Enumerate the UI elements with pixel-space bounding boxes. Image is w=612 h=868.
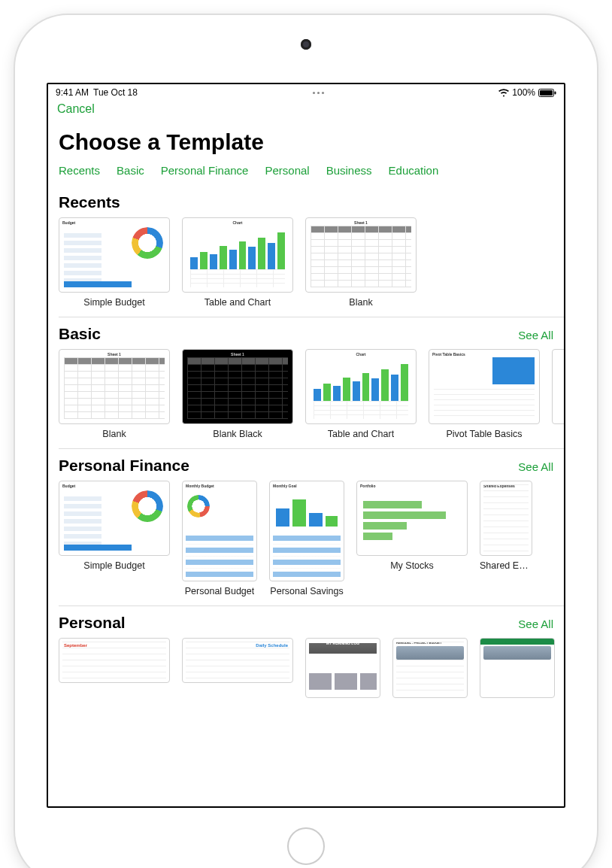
template-my-stocks[interactable]: Portfolio My Stocks [356, 481, 468, 596]
row-basic[interactable]: Sheet 1 Blank Sheet 1 Blank Black Chart [59, 349, 564, 444]
status-bar: 9:41 AM Tue Oct 18 100% [48, 84, 564, 101]
template-blank[interactable]: Sheet 1 Blank [59, 349, 170, 439]
thumb-label: Pivot Table Basics [429, 350, 539, 359]
template-caption: Pivot Table Basics [446, 429, 522, 439]
thumb-label: Sheet 1 [59, 350, 169, 359]
section-title: Recents [59, 193, 120, 211]
template-caption: Table and Chart [205, 297, 271, 308]
template-blank[interactable]: Sheet 1 Blank [305, 217, 417, 308]
template-caption: Simple Budget [83, 560, 144, 571]
template-caption: Simple Budget [83, 297, 144, 308]
page-title: Choose a Template [48, 116, 564, 161]
template-personal-savings[interactable]: Monthly Goal Personal Savings [269, 481, 344, 596]
section-head-recents: Recents [59, 186, 564, 217]
template-caption: Blank Black [213, 429, 262, 439]
template-running-log[interactable]: MY RUNNING LOG [305, 638, 380, 698]
template-table-and-chart[interactable]: Chart Table and Chart [182, 217, 293, 308]
template-simple-budget[interactable]: Budget Simple Budget [59, 481, 170, 596]
status-date: Tue Oct 18 [93, 87, 138, 98]
section-head-personal: Personal See All [59, 606, 564, 638]
template-september[interactable]: September [59, 638, 170, 698]
battery-icon [538, 89, 556, 97]
svg-rect-1 [540, 90, 553, 96]
section-title: Basic [59, 325, 101, 343]
template-caption: Shared Expenses [480, 560, 532, 571]
template-caption: Personal Savings [270, 586, 343, 596]
template-scroll[interactable]: Recents Budget Simple Budget Chart [48, 186, 564, 806]
thumb-label: September [64, 643, 87, 648]
see-all-basic[interactable]: See All [518, 329, 553, 341]
see-all-personal[interactable]: See All [518, 618, 553, 630]
thumb-label: Budget [59, 218, 169, 227]
section-head-basic: Basic See All [59, 317, 564, 349]
thumb-label: Daily Schedule [256, 643, 288, 648]
template-remodel[interactable]: REMODEL - PROJECT BUDGET [392, 638, 468, 698]
home-button[interactable] [287, 827, 325, 865]
template-pivot-table-basics[interactable]: Pivot Table Basics Pivot Table Basics [429, 349, 540, 439]
section-title: Personal [59, 614, 126, 632]
thumb-label: REMODEL - PROJECT BUDGET [393, 639, 467, 647]
row-recents: Budget Simple Budget Chart Table and Cha… [59, 217, 564, 312]
tab-personal[interactable]: Personal [265, 164, 309, 177]
row-personal[interactable]: September Daily Schedule MY RUNNING LOG [59, 638, 564, 703]
cancel-button[interactable]: Cancel [57, 102, 95, 115]
template-caption: Personal Budget [185, 586, 254, 596]
multitask-dots-icon[interactable] [313, 92, 324, 94]
thumb-label: WILDCATS SOCCER TEAM [480, 639, 554, 647]
tab-recents[interactable]: Recents [59, 164, 100, 177]
template-simple-budget[interactable]: Budget Simple Budget [59, 217, 170, 308]
template-personal-budget[interactable]: Monthly Budget Personal Budget [182, 481, 257, 596]
template-blank-black[interactable]: Sheet 1 Blank Black [182, 349, 293, 439]
template-shared-expenses[interactable]: Shared Expenses Shared Expenses [480, 481, 532, 596]
tab-basic[interactable]: Basic [117, 164, 144, 177]
tab-business[interactable]: Business [326, 164, 372, 177]
camera-dot [301, 39, 311, 50]
tab-education[interactable]: Education [389, 164, 439, 177]
template-daily-schedule[interactable]: Daily Schedule [182, 638, 293, 698]
section-head-personal-finance: Personal Finance See All [59, 449, 564, 481]
template-peek[interactable] [552, 349, 564, 439]
thumb-label: Chart [306, 350, 416, 359]
thumb-label: Chart [183, 218, 292, 227]
thumb-label: Monthly Budget [183, 481, 256, 490]
category-tabs: Recents Basic Personal Finance Personal … [48, 161, 564, 186]
thumb-label: Sheet 1 [306, 218, 416, 227]
thumb-label: Monthly Goal [270, 481, 344, 490]
template-caption: Table and Chart [328, 429, 394, 439]
template-caption: My Stocks [390, 560, 434, 571]
screen: 9:41 AM Tue Oct 18 100% Cancel Choose a … [47, 83, 565, 808]
template-caption: Blank [102, 429, 126, 439]
thumb-label: MY RUNNING LOG [306, 639, 380, 648]
ipad-frame: 9:41 AM Tue Oct 18 100% Cancel Choose a … [15, 15, 597, 868]
template-wildcats[interactable]: WILDCATS SOCCER TEAM [480, 638, 555, 698]
svg-rect-2 [555, 91, 556, 94]
status-time: 9:41 AM [56, 87, 89, 98]
status-battery-pct: 100% [512, 87, 535, 98]
template-table-and-chart[interactable]: Chart Table and Chart [305, 349, 417, 439]
template-caption: Blank [349, 297, 372, 308]
tab-personal-finance[interactable]: Personal Finance [161, 164, 249, 177]
nav-bar: Cancel [48, 101, 564, 116]
row-personal-finance[interactable]: Budget Simple Budget Monthly Budget Pers… [59, 481, 564, 601]
wifi-icon [498, 89, 509, 97]
thumb-label: Shared Expenses [480, 481, 532, 490]
section-title: Personal Finance [59, 457, 189, 475]
thumb-label: Portfolio [357, 481, 467, 490]
see-all-personal-finance[interactable]: See All [518, 460, 553, 473]
thumb-label: Sheet 1 [183, 350, 292, 359]
thumb-label: Budget [59, 481, 169, 490]
